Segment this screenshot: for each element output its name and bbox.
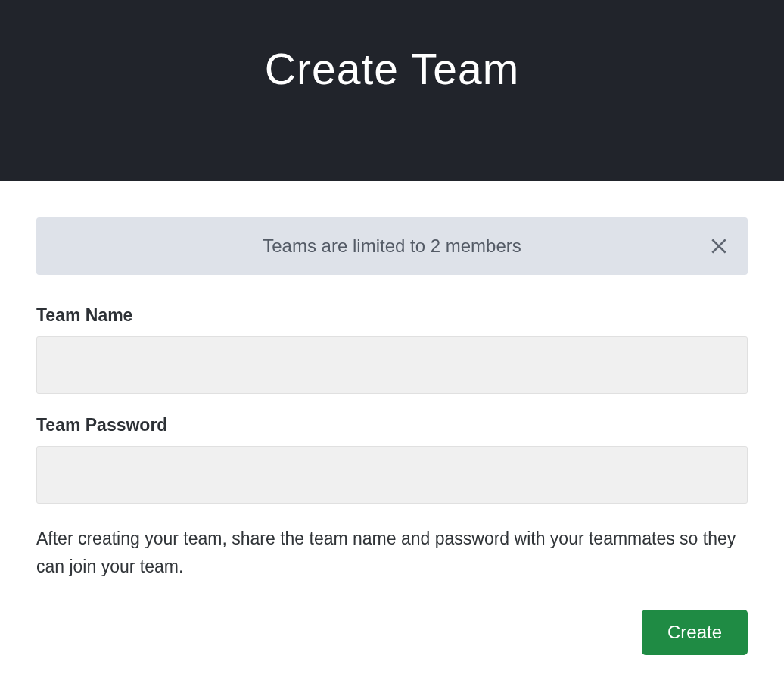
form-actions: Create	[36, 610, 748, 655]
page-title: Create Team	[265, 44, 519, 94]
team-name-group: Team Name	[36, 305, 748, 394]
alert-close-button[interactable]	[705, 232, 733, 260]
help-text: After creating your team, share the team…	[36, 525, 748, 581]
page-header: Create Team	[0, 0, 784, 181]
team-password-input[interactable]	[36, 446, 748, 504]
create-button[interactable]: Create	[642, 610, 748, 655]
team-password-group: Team Password	[36, 415, 748, 504]
info-alert: Teams are limited to 2 members	[36, 217, 748, 275]
team-password-label: Team Password	[36, 415, 748, 435]
team-name-input[interactable]	[36, 336, 748, 394]
close-icon	[709, 236, 729, 256]
form-container: Teams are limited to 2 members Team Name…	[0, 181, 784, 655]
alert-message: Teams are limited to 2 members	[263, 236, 521, 256]
team-name-label: Team Name	[36, 305, 748, 326]
